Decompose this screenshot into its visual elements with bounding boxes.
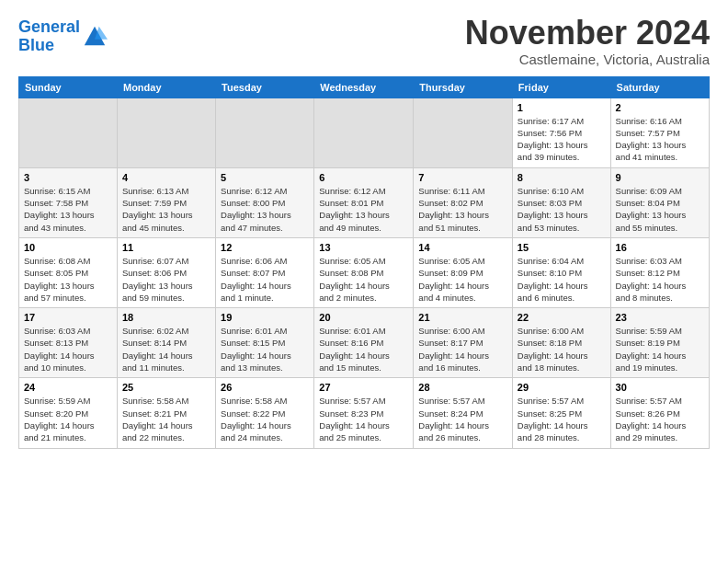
day-info: Sunrise: 6:05 AMSunset: 8:08 PMDaylight:…: [319, 255, 408, 304]
day-info: Sunrise: 6:12 AMSunset: 8:00 PMDaylight:…: [221, 185, 309, 234]
calendar-week-row: 10Sunrise: 6:08 AMSunset: 8:05 PMDayligh…: [19, 237, 710, 307]
day-number: 18: [122, 312, 210, 323]
day-number: 14: [418, 242, 507, 253]
calendar-cell: 20Sunrise: 6:01 AMSunset: 8:16 PMDayligh…: [314, 308, 414, 378]
day-info: Sunrise: 6:12 AMSunset: 8:01 PMDaylight:…: [319, 185, 408, 234]
day-info: Sunrise: 6:00 AMSunset: 8:17 PMDaylight:…: [418, 325, 507, 373]
calendar-cell: 27Sunrise: 5:57 AMSunset: 8:23 PMDayligh…: [314, 378, 414, 448]
calendar-cell: 23Sunrise: 5:59 AMSunset: 8:19 PMDayligh…: [610, 308, 709, 378]
calendar-cell: 14Sunrise: 6:05 AMSunset: 8:09 PMDayligh…: [414, 237, 513, 307]
day-header-tuesday: Tuesday: [216, 76, 314, 98]
calendar-cell: 13Sunrise: 6:05 AMSunset: 8:08 PMDayligh…: [314, 237, 414, 307]
calendar-cell: 5Sunrise: 6:12 AMSunset: 8:00 PMDaylight…: [216, 167, 314, 237]
day-number: 19: [221, 312, 309, 323]
day-info: Sunrise: 6:13 AMSunset: 7:59 PMDaylight:…: [122, 185, 210, 234]
calendar-cell: [414, 98, 513, 167]
day-number: 6: [319, 172, 408, 183]
day-number: 24: [24, 382, 112, 393]
calendar-cell: 15Sunrise: 6:04 AMSunset: 8:10 PMDayligh…: [512, 237, 610, 307]
day-info: Sunrise: 5:58 AMSunset: 8:21 PMDaylight:…: [122, 395, 210, 443]
calendar-header-row: SundayMondayTuesdayWednesdayThursdayFrid…: [19, 76, 710, 98]
calendar: SundayMondayTuesdayWednesdayThursdayFrid…: [18, 76, 710, 449]
calendar-cell: 11Sunrise: 6:07 AMSunset: 8:06 PMDayligh…: [117, 237, 215, 307]
calendar-cell: 24Sunrise: 5:59 AMSunset: 8:20 PMDayligh…: [19, 378, 118, 448]
day-info: Sunrise: 5:57 AMSunset: 8:24 PMDaylight:…: [418, 395, 507, 443]
day-info: Sunrise: 5:58 AMSunset: 8:22 PMDaylight:…: [221, 395, 309, 443]
calendar-cell: 30Sunrise: 5:57 AMSunset: 8:26 PMDayligh…: [610, 378, 709, 448]
calendar-cell: 21Sunrise: 6:00 AMSunset: 8:17 PMDayligh…: [414, 308, 513, 378]
day-info: Sunrise: 6:17 AMSunset: 7:56 PMDaylight:…: [518, 115, 606, 164]
day-info: Sunrise: 6:04 AMSunset: 8:10 PMDaylight:…: [518, 255, 606, 304]
day-info: Sunrise: 6:06 AMSunset: 8:07 PMDaylight:…: [221, 255, 309, 304]
day-number: 13: [319, 242, 408, 253]
calendar-cell: 1Sunrise: 6:17 AMSunset: 7:56 PMDaylight…: [512, 98, 610, 167]
logo-blue: Blue: [18, 36, 54, 54]
day-header-saturday: Saturday: [610, 76, 709, 98]
calendar-cell: [216, 98, 314, 167]
title-area: November 2024 Castlemaine, Victoria, Aus…: [465, 15, 710, 67]
day-info: Sunrise: 5:57 AMSunset: 8:23 PMDaylight:…: [319, 395, 408, 443]
day-header-sunday: Sunday: [19, 76, 118, 98]
calendar-cell: 4Sunrise: 6:13 AMSunset: 7:59 PMDaylight…: [117, 167, 215, 237]
calendar-cell: [314, 98, 414, 167]
day-info: Sunrise: 6:10 AMSunset: 8:03 PMDaylight:…: [518, 185, 606, 234]
calendar-cell: 25Sunrise: 5:58 AMSunset: 8:21 PMDayligh…: [117, 378, 215, 448]
logo-icon: [82, 24, 108, 50]
day-number: 28: [418, 382, 507, 393]
day-number: 22: [518, 312, 606, 323]
calendar-cell: 12Sunrise: 6:06 AMSunset: 8:07 PMDayligh…: [216, 237, 314, 307]
calendar-cell: 2Sunrise: 6:16 AMSunset: 7:57 PMDaylight…: [610, 98, 709, 167]
day-number: 3: [24, 172, 112, 183]
day-number: 10: [24, 242, 112, 253]
day-number: 1: [518, 102, 606, 113]
calendar-week-row: 17Sunrise: 6:03 AMSunset: 8:13 PMDayligh…: [19, 308, 710, 378]
day-number: 9: [616, 172, 704, 183]
calendar-week-row: 3Sunrise: 6:15 AMSunset: 7:58 PMDaylight…: [19, 167, 710, 237]
day-number: 23: [616, 312, 704, 323]
calendar-cell: [117, 98, 215, 167]
logo-text: General Blue: [18, 18, 80, 55]
day-header-monday: Monday: [117, 76, 215, 98]
month-title: November 2024: [465, 15, 710, 52]
day-number: 8: [518, 172, 606, 183]
day-number: 27: [319, 382, 408, 393]
calendar-cell: 8Sunrise: 6:10 AMSunset: 8:03 PMDaylight…: [512, 167, 610, 237]
day-number: 30: [616, 382, 704, 393]
day-number: 16: [616, 242, 704, 253]
day-number: 25: [122, 382, 210, 393]
day-info: Sunrise: 6:01 AMSunset: 8:15 PMDaylight:…: [221, 325, 309, 373]
logo-general: General: [18, 17, 80, 36]
day-number: 21: [418, 312, 507, 323]
calendar-cell: 6Sunrise: 6:12 AMSunset: 8:01 PMDaylight…: [314, 167, 414, 237]
day-info: Sunrise: 6:16 AMSunset: 7:57 PMDaylight:…: [616, 115, 704, 164]
day-number: 20: [319, 312, 408, 323]
header: General Blue November 2024 Castlemaine, …: [18, 15, 710, 67]
day-info: Sunrise: 5:59 AMSunset: 8:19 PMDaylight:…: [616, 325, 704, 373]
day-number: 11: [122, 242, 210, 253]
day-info: Sunrise: 5:57 AMSunset: 8:26 PMDaylight:…: [616, 395, 704, 443]
calendar-cell: [19, 98, 118, 167]
day-info: Sunrise: 6:03 AMSunset: 8:13 PMDaylight:…: [24, 325, 112, 373]
calendar-cell: 29Sunrise: 5:57 AMSunset: 8:25 PMDayligh…: [512, 378, 610, 448]
day-number: 5: [221, 172, 309, 183]
day-info: Sunrise: 6:02 AMSunset: 8:14 PMDaylight:…: [122, 325, 210, 373]
calendar-cell: 10Sunrise: 6:08 AMSunset: 8:05 PMDayligh…: [19, 237, 118, 307]
calendar-cell: 3Sunrise: 6:15 AMSunset: 7:58 PMDaylight…: [19, 167, 118, 237]
calendar-week-row: 24Sunrise: 5:59 AMSunset: 8:20 PMDayligh…: [19, 378, 710, 448]
day-number: 15: [518, 242, 606, 253]
calendar-week-row: 1Sunrise: 6:17 AMSunset: 7:56 PMDaylight…: [19, 98, 710, 167]
day-info: Sunrise: 5:57 AMSunset: 8:25 PMDaylight:…: [518, 395, 606, 443]
day-number: 7: [418, 172, 507, 183]
calendar-cell: 16Sunrise: 6:03 AMSunset: 8:12 PMDayligh…: [610, 237, 709, 307]
day-number: 29: [518, 382, 606, 393]
day-number: 26: [221, 382, 309, 393]
day-number: 2: [616, 102, 704, 113]
calendar-cell: 18Sunrise: 6:02 AMSunset: 8:14 PMDayligh…: [117, 308, 215, 378]
calendar-cell: 26Sunrise: 5:58 AMSunset: 8:22 PMDayligh…: [216, 378, 314, 448]
day-info: Sunrise: 5:59 AMSunset: 8:20 PMDaylight:…: [24, 395, 112, 443]
day-info: Sunrise: 6:08 AMSunset: 8:05 PMDaylight:…: [24, 255, 112, 304]
day-header-thursday: Thursday: [414, 76, 513, 98]
day-header-wednesday: Wednesday: [314, 76, 414, 98]
calendar-cell: 7Sunrise: 6:11 AMSunset: 8:02 PMDaylight…: [414, 167, 513, 237]
day-number: 4: [122, 172, 210, 183]
